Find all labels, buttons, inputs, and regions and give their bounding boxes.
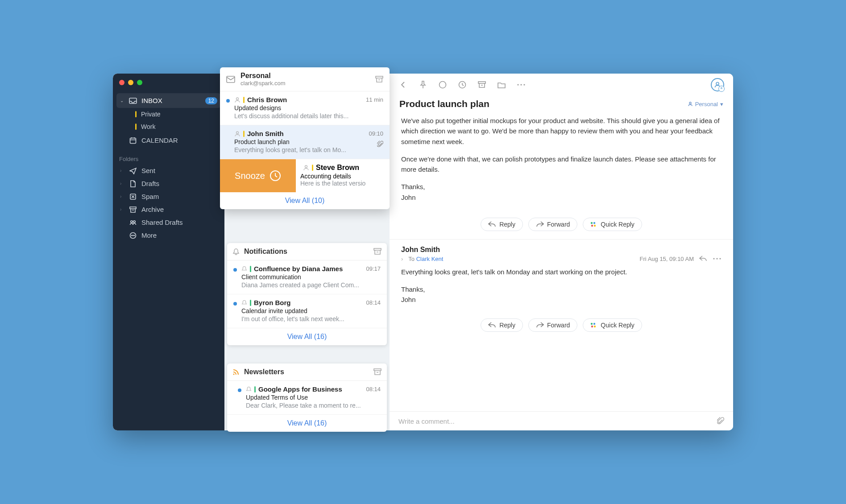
message-preview: Let's discuss additional details later t… xyxy=(234,112,383,120)
message-row[interactable]: Confluence by Diana James 09:17 Client c… xyxy=(227,260,387,294)
tag-indicator-icon xyxy=(243,97,245,103)
message-sender: Steve Brown xyxy=(316,164,359,172)
tag-indicator-icon xyxy=(135,124,137,130)
close-window-button[interactable] xyxy=(119,80,124,85)
inbox-group-notifications: Notifications Confluence by Diana Ja xyxy=(227,243,387,345)
person-icon xyxy=(303,165,309,171)
calendar-label: CALENDAR xyxy=(141,136,178,144)
svg-point-19 xyxy=(440,82,446,88)
expand-recipients-icon[interactable]: › xyxy=(401,256,403,262)
sidebar-item-spam[interactable]: › Spam xyxy=(116,190,221,203)
svg-point-22 xyxy=(517,84,518,85)
sidebar-item-shared-drafts[interactable]: Shared Drafts xyxy=(116,216,221,229)
reply-inline-button[interactable] xyxy=(699,256,707,262)
quick-reply-button[interactable]: Quick Reply xyxy=(583,218,642,231)
reply-date: Fri Aug 15, 09:10 AM xyxy=(640,256,694,262)
message-row-swiped[interactable]: Snooze Steve Brown Accounting detail xyxy=(220,159,390,192)
svg-point-9 xyxy=(134,235,134,235)
group-header-newsletters[interactable]: Newsletters xyxy=(227,364,387,381)
account-picker[interactable]: Personal ▾ xyxy=(688,101,723,107)
quick-reply-button[interactable]: Quick Reply xyxy=(583,318,642,332)
bell-icon xyxy=(246,386,252,392)
reply-icon xyxy=(488,221,496,227)
archive-group-icon[interactable] xyxy=(373,248,382,255)
message-actions: Reply Forward Quick Reply xyxy=(390,215,733,240)
minimize-window-button[interactable] xyxy=(128,80,133,85)
snooze-button[interactable] xyxy=(457,80,467,90)
group-header-notifications[interactable]: Notifications xyxy=(227,243,387,260)
group-email: clark@spark.com xyxy=(241,80,370,87)
body-paragraph: We've also put together initial mockups … xyxy=(401,116,722,147)
sidebar-item-sent[interactable]: › Sent xyxy=(116,164,221,177)
app-window: ⌄ INBOX 12 Private Work xyxy=(113,74,733,430)
shared-drafts-icon xyxy=(129,219,137,226)
svg-point-36 xyxy=(591,325,593,327)
bell-icon xyxy=(232,248,240,255)
calendar-icon xyxy=(129,137,137,144)
message-preview: Here is the latest versio xyxy=(300,180,385,187)
message-sender: Confluence by Diana James xyxy=(254,265,343,273)
quick-reply-icon xyxy=(590,221,597,227)
reply-button[interactable]: Reply xyxy=(481,218,523,231)
snooze-action[interactable]: Snooze xyxy=(220,159,296,192)
chevron-down-icon: ▾ xyxy=(720,101,723,107)
sidebar-item-more[interactable]: More xyxy=(116,229,221,242)
archive-button[interactable] xyxy=(477,80,487,90)
view-all-notifications[interactable]: View All (16) xyxy=(227,328,387,345)
quick-reply-icon xyxy=(590,322,597,328)
sidebar-item-calendar[interactable]: CALENDAR xyxy=(116,133,221,148)
forward-button[interactable]: Forward xyxy=(528,218,577,231)
sidebar-item-private[interactable]: Private xyxy=(132,108,221,120)
signature-name: John xyxy=(401,194,416,201)
message-row[interactable]: Chris Brown 11 min Updated designs Let's… xyxy=(220,91,390,125)
message-subject: Updated Terms of Use xyxy=(246,394,381,401)
chevron-right-icon: › xyxy=(120,168,124,173)
forward-label: Forward xyxy=(547,322,570,329)
reply-to: To Clark Kent xyxy=(408,256,443,262)
maximize-window-button[interactable] xyxy=(137,80,142,85)
reply-label: Reply xyxy=(499,322,515,329)
chevron-right-icon: › xyxy=(120,194,124,199)
sent-label: Sent xyxy=(141,167,155,174)
sidebar-item-inbox[interactable]: ⌄ INBOX 12 xyxy=(116,93,221,108)
svg-rect-1 xyxy=(130,138,136,143)
thread-reply: John Smith › To Clark Kent Fri Aug 15, 0… xyxy=(390,240,733,340)
group-header-personal[interactable]: Personal clark@spark.com xyxy=(220,67,390,91)
forward-icon xyxy=(536,322,544,328)
attach-button[interactable] xyxy=(717,417,724,425)
sidebar-item-drafts[interactable]: › Drafts xyxy=(116,177,221,190)
pin-button[interactable] xyxy=(418,80,428,90)
archive-group-icon[interactable] xyxy=(375,76,383,83)
quick-reply-label: Quick Reply xyxy=(601,322,634,329)
svg-point-13 xyxy=(236,132,239,134)
signature-name: John xyxy=(401,296,416,303)
svg-point-34 xyxy=(591,322,593,324)
sidebar-item-work[interactable]: Work xyxy=(132,120,221,133)
attachment-icon xyxy=(377,140,383,148)
message-more-button[interactable] xyxy=(713,257,722,260)
add-collaborator-button[interactable] xyxy=(711,78,724,91)
svg-rect-11 xyxy=(376,76,383,78)
archive-icon xyxy=(129,207,137,213)
back-button[interactable] xyxy=(398,80,408,90)
recipient-link[interactable]: Clark Kent xyxy=(416,256,444,262)
view-all-newsletters[interactable]: View All (16) xyxy=(227,415,387,432)
chevron-down-icon: ⌄ xyxy=(120,98,124,103)
drafts-label: Drafts xyxy=(141,180,159,187)
sidebar-item-archive[interactable]: › Archive xyxy=(116,203,221,216)
mark-read-button[interactable] xyxy=(438,80,448,90)
archive-group-icon[interactable] xyxy=(373,368,382,376)
move-button[interactable] xyxy=(497,80,506,90)
message-row[interactable]: Byron Borg 08:14 Calendar invite updated… xyxy=(227,294,387,328)
more-button[interactable] xyxy=(516,80,526,90)
forward-button[interactable]: Forward xyxy=(528,318,577,332)
sidebar: ⌄ INBOX 12 Private Work xyxy=(113,74,224,430)
view-all-personal[interactable]: View All (10) xyxy=(220,192,390,209)
comment-input[interactable] xyxy=(398,417,713,425)
message-row-selected[interactable]: John Smith 09:10 Product launch plan Eve… xyxy=(220,125,390,159)
reply-button[interactable]: Reply xyxy=(481,318,523,332)
reply-icon xyxy=(488,322,496,328)
message-row[interactable]: Google Apps for Business 08:14 Updated T… xyxy=(227,381,387,415)
svg-point-4 xyxy=(131,220,133,222)
snooze-label: Snooze xyxy=(235,171,265,181)
